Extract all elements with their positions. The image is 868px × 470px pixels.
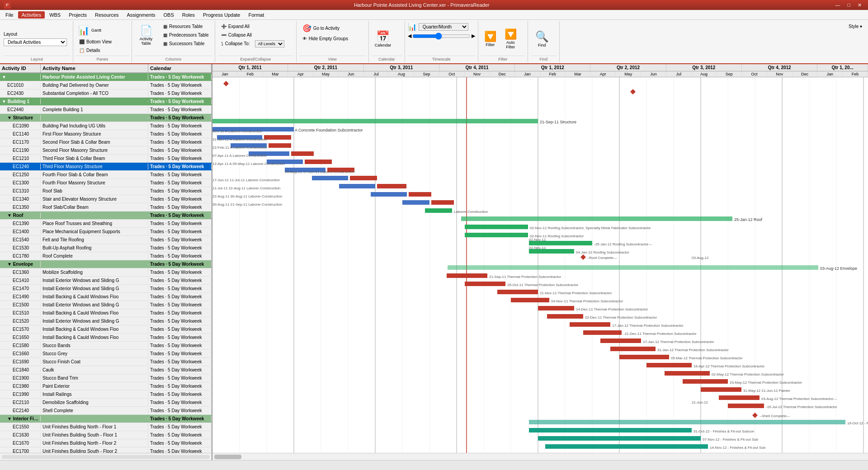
table-row[interactable]: EC1840 Caulk Trades · 5 Day Workweek <box>0 366 212 374</box>
table-row[interactable]: EC2440 Complete Building 1 Trades · 5 Da… <box>0 106 212 114</box>
table-row[interactable]: EC1540 Felt and Tile Roofing Trades · 5 … <box>0 236 212 244</box>
auto-filter-btn[interactable]: 🔽 Auto Filter <box>501 26 520 52</box>
table-row[interactable]: EC1660 Stucco Grey Trades · 5 Day Workwe… <box>0 350 212 358</box>
successors-table-btn[interactable]: ▦ Successors Table <box>160 40 212 47</box>
gantt-qtr: Qtr 4, 2012 <box>742 64 817 71</box>
table-row[interactable]: EC1530 Built-Up Asphalt Roofing Trades ·… <box>0 244 212 252</box>
menu-activities[interactable]: Activities <box>18 11 45 19</box>
menu-obs[interactable]: OBS <box>160 11 178 19</box>
table-row[interactable]: EC1010 Building Pad Delivered by Owner T… <box>0 81 212 89</box>
table-row[interactable]: EC1140 First Floor Masonry Structure Tra… <box>0 130 212 138</box>
selected-table-row[interactable]: EC1240 Third Floor Masonry Structure Tra… <box>0 163 212 171</box>
calendar-btn[interactable]: 📅 Calendar <box>372 28 395 50</box>
table-row[interactable]: EC1550 Unit Finishes Building North - Fl… <box>0 423 212 431</box>
layout-select[interactable]: Default Activities <box>4 38 67 46</box>
table-row[interactable]: EC1650 Install Backing & Cauld Windows F… <box>0 334 212 342</box>
menu-file[interactable]: File <box>2 11 17 19</box>
bottom-view-btn[interactable]: ⬛ Bottom View <box>76 38 115 46</box>
col-header-id[interactable]: Activity ID <box>0 64 41 72</box>
minimize-btn[interactable]: — <box>832 2 843 8</box>
table-row[interactable]: EC1580 Stucco Bands Trades · 5 Day Workw… <box>0 342 212 350</box>
table-row[interactable]: EC2430 Substantial Completion - All TCO … <box>0 89 212 98</box>
table-row[interactable]: EC1390 Place Roof Trusses and Sheathing … <box>0 220 212 228</box>
table-row[interactable]: EC1410 Install Exterior Windows and Slid… <box>0 277 212 285</box>
table-row[interactable]: EC1210 Third Floor Slab & Collar Beam Tr… <box>0 155 212 163</box>
table-row[interactable]: EC1500 Install Exterior Windows and Slid… <box>0 301 212 309</box>
menu-assignments[interactable]: Assignments <box>123 11 159 19</box>
filter-btn[interactable]: 🔽 Filter <box>481 28 500 49</box>
row-id: EC1780 <box>0 253 41 259</box>
hscroll-table[interactable] <box>0 453 212 460</box>
predecessors-table-btn[interactable]: ▦ Predecessors Table <box>160 31 212 39</box>
gantt-bar-ec1550 <box>529 428 692 432</box>
table-row[interactable]: EC1470 Install Exterior Windows and Slid… <box>0 285 212 293</box>
table-row[interactable]: ▼ Interior Finishes Trades · 5 Day Workw… <box>0 415 212 423</box>
activity-table-btn[interactable]: 📄 Activity Table <box>135 23 157 48</box>
collapse-to-btn[interactable]: ⤵ Collapse To: <box>218 40 253 47</box>
table-row[interactable]: EC2110 Demobilize Scaffolding Trades · 5… <box>0 399 212 407</box>
table-row[interactable]: EC1250 Fourth Floor Slab & Collar Beam T… <box>0 171 212 179</box>
hide-empty-groups-btn[interactable]: 👁 Hide Empty Groups <box>299 35 351 42</box>
table-row[interactable]: ▼ Structure Trades · 5 Day Workweek <box>0 114 212 122</box>
row-cal: Trades · 5 Day Workweek <box>148 286 212 291</box>
table-row[interactable]: EC1340 Stair and Elevator Masonry Struct… <box>0 195 212 203</box>
gantt-btn[interactable]: 📊 Gantt <box>76 24 104 37</box>
table-row[interactable]: EC1300 Fourth Floor Masonry Structure Tr… <box>0 179 212 187</box>
expand-all-btn[interactable]: ➕ Expand All <box>218 23 253 30</box>
gantt-chart-scroll[interactable]: 21-Sep-11 Structure A Concrete Foundatio… <box>212 77 868 453</box>
close-btn[interactable]: ✕ <box>855 2 864 8</box>
table-row[interactable]: EC1980 Paint Exterior Trades · 5 Day Wor… <box>0 382 212 390</box>
table-row[interactable]: EC1690 Stucco Finish Coat Trades · 5 Day… <box>0 358 212 366</box>
table-row[interactable]: EC1090 Building Pad Including UG Utils T… <box>0 122 212 130</box>
row-cal: Trades · 5 Day Workweek <box>148 277 212 283</box>
timescale-zoom-right-icon[interactable]: ▶ <box>472 33 475 39</box>
table-row[interactable]: EC1570 Install Backing & Cauld Windows F… <box>0 325 212 334</box>
table-row[interactable]: ▼ Harbour Pointe Assisted Living Center … <box>0 73 212 81</box>
hscroll-gantt[interactable] <box>212 453 868 460</box>
gantt-month: May <box>313 71 339 77</box>
table-row[interactable]: ▼ Roof Trades · 5 Day Workweek <box>0 212 212 220</box>
table-row[interactable]: EC1350 Roof Slab/Collar Beam Trades · 5 … <box>0 203 212 212</box>
table-scroll[interactable]: ▼ Harbour Pointe Assisted Living Center … <box>0 73 212 453</box>
table-row[interactable]: EC1670 Unit Finishes Building North - Fl… <box>0 439 212 447</box>
gantt-bar-structure <box>212 119 538 123</box>
table-row[interactable]: EC1400 Place Mechanical Equipment Suppor… <box>0 228 212 236</box>
menu-projects[interactable]: Projects <box>65 11 90 19</box>
maximize-btn[interactable]: □ <box>844 2 853 8</box>
style-btn[interactable]: Style ▾ <box>845 23 865 30</box>
window-controls[interactable]: — □ ✕ <box>832 2 864 8</box>
go-to-activity-btn[interactable]: 🎯 Go to Activity <box>299 23 343 34</box>
table-row[interactable]: EC1190 Second Floor Masonry Structure Tr… <box>0 146 212 155</box>
row-name: Install Backing & Cauld Windows Floo <box>41 326 148 332</box>
col-header-cal[interactable]: Calendar <box>148 64 212 72</box>
gantt-qtr: Qtr 3, 2012 <box>666 64 742 71</box>
timescale-select[interactable]: Quarter/Month <box>419 23 468 31</box>
collapse-all-btn[interactable]: ➖ Collapse All <box>218 31 255 39</box>
table-row[interactable]: ▼ Envelope Trades · 5 Day Workweek <box>0 260 212 268</box>
table-row[interactable]: EC1700 Unit Finishes Building South - Fl… <box>0 447 212 453</box>
table-row[interactable]: EC1170 Second Floor Slab & Collar Beam T… <box>0 138 212 146</box>
table-row[interactable]: EC2140 Shell Complete Trades · 5 Day Wor… <box>0 407 212 415</box>
table-row[interactable]: EC1310 Roof Slab Trades · 5 Day Workweek <box>0 187 212 195</box>
col-header-name[interactable]: Activity Name <box>41 64 148 72</box>
collapse-level-select[interactable]: All Levels <box>255 40 284 47</box>
table-row[interactable]: EC1510 Install Backing & Cauld Windows F… <box>0 309 212 317</box>
resources-table-btn[interactable]: ▦ Resources Table <box>160 23 212 30</box>
table-row[interactable]: EC1990 Install Railings Trades · 5 Day W… <box>0 390 212 399</box>
details-btn[interactable]: 📋 Details <box>76 47 104 54</box>
menu-progress-update[interactable]: Progress Update <box>199 11 244 19</box>
menu-roles[interactable]: Roles <box>179 11 198 19</box>
table-row[interactable]: EC1900 Stucco Band Trim Trades · 5 Day W… <box>0 374 212 382</box>
menu-format[interactable]: Format <box>245 11 268 19</box>
find-btn[interactable]: 🔍 Find <box>531 28 553 50</box>
timescale-slider[interactable] <box>412 34 471 38</box>
menu-resources[interactable]: Resources <box>91 11 123 19</box>
table-row[interactable]: ▼ Building 1 Trades · 5 Day Workweek <box>0 98 212 106</box>
table-row[interactable]: EC1630 Unit Finishes Building South - Fl… <box>0 431 212 439</box>
menu-wbs[interactable]: WBS <box>46 11 64 19</box>
table-row[interactable]: EC1490 Install Backing & Cauld Windows F… <box>0 293 212 301</box>
timescale-zoom-left-icon[interactable]: ◀ <box>408 33 411 39</box>
table-row[interactable]: EC1520 Install Exterior Windows and Slid… <box>0 317 212 325</box>
table-row[interactable]: EC1360 Mobilize Scaffolding Trades · 5 D… <box>0 268 212 277</box>
table-row[interactable]: EC1780 Roof Complete Trades · 5 Day Work… <box>0 252 212 260</box>
